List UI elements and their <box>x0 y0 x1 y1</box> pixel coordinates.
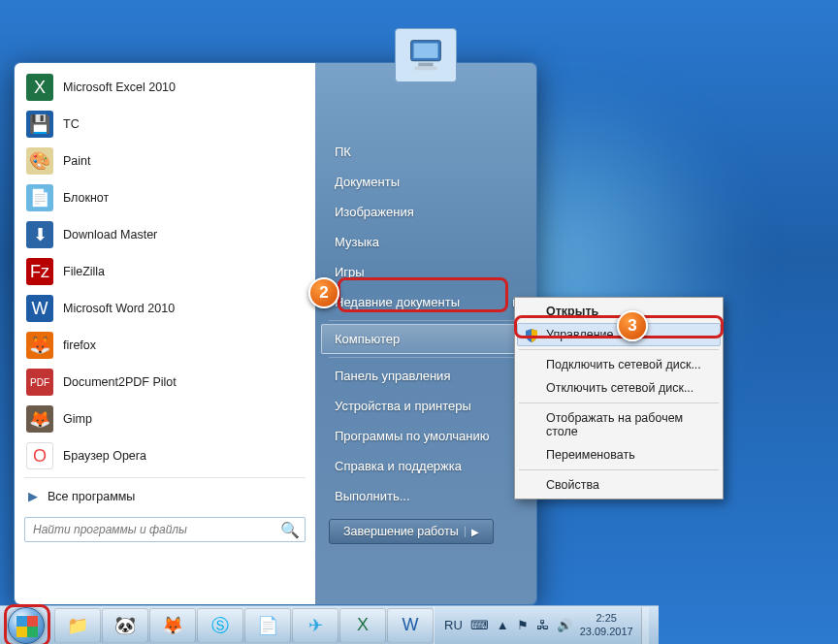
system-tray: RU ⌨ ▲ ⚑ 🖧 🔊 2:25 23.09.2017 <box>434 606 659 644</box>
search-icon[interactable]: 🔍 <box>280 521 300 539</box>
right-item-devices[interactable]: Устройства и принтеры <box>321 391 531 421</box>
right-item-games[interactable]: Игры <box>321 257 531 287</box>
word-icon: W <box>26 295 53 322</box>
right-item-help[interactable]: Справка и поддержка <box>321 451 531 481</box>
panda-icon: 🐼 <box>114 615 136 636</box>
separator <box>24 477 306 478</box>
start-menu: XMicrosoft Excel 2010 💾TC 🎨Paint 📄Блокно… <box>14 62 537 605</box>
download-master-icon: ⬇ <box>26 221 53 248</box>
taskbar-telegram[interactable]: ✈ <box>292 608 338 643</box>
separator <box>329 320 523 321</box>
program-label: FileZilla <box>63 265 105 278</box>
program-label: Microsoft Excel 2010 <box>63 80 176 94</box>
svg-rect-1 <box>414 44 438 58</box>
telegram-icon: ✈ <box>308 615 323 636</box>
tray-network-icon[interactable]: 🖧 <box>536 618 549 632</box>
right-item-images[interactable]: Изображения <box>321 197 531 227</box>
program-item-tc[interactable]: 💾TC <box>16 106 313 143</box>
ctx-show-desktop[interactable]: Отображать на рабочем столе <box>517 406 721 443</box>
separator <box>519 349 719 350</box>
folder-icon: 📁 <box>67 615 88 636</box>
tc-icon: 💾 <box>26 111 53 138</box>
start-menu-right-pane: ПК Документы Изображения Музыка Игры Нед… <box>315 63 536 604</box>
program-label: Document2PDF Pilot <box>63 375 177 389</box>
program-label: Paint <box>63 154 91 168</box>
user-avatar[interactable] <box>395 28 457 82</box>
program-label: Gimp <box>63 412 92 426</box>
program-item-excel[interactable]: XMicrosoft Excel 2010 <box>16 69 313 106</box>
ctx-rename[interactable]: Переименовать <box>517 443 721 467</box>
firefox-icon: 🦊 <box>162 615 183 636</box>
program-label: Microsoft Word 2010 <box>63 302 175 315</box>
right-item-recent[interactable]: Недавние документы▶ <box>321 287 531 317</box>
opera-icon: O <box>26 442 53 469</box>
tray-action-center-icon[interactable]: ⚑ <box>517 618 529 632</box>
paint-icon: 🎨 <box>26 147 53 175</box>
notepad-icon: 📄 <box>257 615 278 636</box>
gimp-icon: 🦊 <box>26 405 53 433</box>
program-label: Браузер Opera <box>63 449 146 463</box>
language-indicator[interactable]: RU <box>444 618 463 632</box>
right-item-documents[interactable]: Документы <box>321 167 531 197</box>
program-item-firefox[interactable]: 🦊firefox <box>16 327 313 364</box>
tray-clock[interactable]: 2:25 23.09.2017 <box>580 612 633 637</box>
all-programs-button[interactable]: ▶Все программы <box>16 481 313 511</box>
taskbar-skype[interactable]: Ⓢ <box>197 608 243 643</box>
tray-volume-icon[interactable]: 🔊 <box>557 618 572 632</box>
shutdown-area: Завершение работы▶ <box>321 511 531 552</box>
excel-icon: X <box>357 615 369 635</box>
filezilla-icon: Fz <box>26 258 53 285</box>
all-programs-label: Все программы <box>48 490 135 503</box>
right-item-pc[interactable]: ПК <box>321 137 531 167</box>
program-item-notepad[interactable]: 📄Блокнот <box>16 179 313 216</box>
right-item-run[interactable]: Выполнить... <box>321 481 531 511</box>
excel-icon: X <box>26 74 53 101</box>
start-button-wrap <box>0 606 52 645</box>
svg-rect-3 <box>415 67 437 71</box>
program-item-filezilla[interactable]: FzFileZilla <box>16 253 313 290</box>
shield-icon <box>524 328 539 343</box>
search-input[interactable] <box>24 517 306 542</box>
ctx-map-drive[interactable]: Подключить сетевой диск... <box>517 353 721 376</box>
computer-icon <box>403 36 448 75</box>
taskbar-firefox[interactable]: 🦊 <box>149 608 196 643</box>
taskbar-notepad[interactable]: 📄 <box>244 608 291 643</box>
ctx-properties[interactable]: Свойства <box>517 473 721 497</box>
program-item-doc2pdf[interactable]: PDFDocument2PDF Pilot <box>16 364 313 401</box>
taskbar: 📁 🐼 🦊 Ⓢ 📄 ✈ X W RU ⌨ ▲ ⚑ 🖧 🔊 2:25 23.09.… <box>0 605 659 644</box>
taskbar-excel[interactable]: X <box>339 608 386 643</box>
program-label: Download Master <box>63 228 157 242</box>
right-item-music[interactable]: Музыка <box>321 227 531 257</box>
taskbar-pinned: 📁 🐼 🦊 Ⓢ 📄 ✈ X W <box>54 606 434 644</box>
svg-rect-2 <box>418 63 433 67</box>
ctx-unmap-drive[interactable]: Отключить сетевой диск... <box>517 376 721 400</box>
separator <box>519 402 719 403</box>
right-item-defaults[interactable]: Программы по умолчанию <box>321 421 531 451</box>
skype-icon: Ⓢ <box>211 614 229 637</box>
taskbar-explorer[interactable]: 📁 <box>54 608 101 643</box>
start-button[interactable] <box>8 607 45 644</box>
chevron-right-icon: ▶ <box>28 489 38 503</box>
program-label: firefox <box>63 338 96 352</box>
program-item-paint[interactable]: 🎨Paint <box>16 143 313 179</box>
search-box: 🔍 <box>24 517 306 542</box>
clock-date: 23.09.2017 <box>580 626 633 638</box>
start-menu-left-pane: XMicrosoft Excel 2010 💾TC 🎨Paint 📄Блокно… <box>15 63 315 604</box>
tray-chevron-up-icon[interactable]: ▲ <box>497 618 509 632</box>
show-desktop-button[interactable] <box>641 607 649 644</box>
taskbar-word[interactable]: W <box>387 608 434 643</box>
program-item-word[interactable]: WMicrosoft Word 2010 <box>16 290 313 327</box>
program-item-download-master[interactable]: ⬇Download Master <box>16 216 313 253</box>
program-item-gimp[interactable]: 🦊Gimp <box>16 401 313 437</box>
clock-time: 2:25 <box>580 612 633 625</box>
right-item-control-panel[interactable]: Панель управления <box>321 361 531 391</box>
shutdown-button[interactable]: Завершение работы▶ <box>329 519 494 544</box>
program-item-opera[interactable]: OБраузер Opera <box>16 437 313 474</box>
right-item-computer[interactable]: Компьютер <box>321 324 531 354</box>
annotation-badge-2: 2 <box>308 277 339 308</box>
tray-keyboard-icon[interactable]: ⌨ <box>470 618 489 632</box>
separator <box>519 469 719 470</box>
word-icon: W <box>403 615 419 635</box>
taskbar-app-1[interactable]: 🐼 <box>102 608 148 643</box>
firefox-icon: 🦊 <box>26 332 53 359</box>
